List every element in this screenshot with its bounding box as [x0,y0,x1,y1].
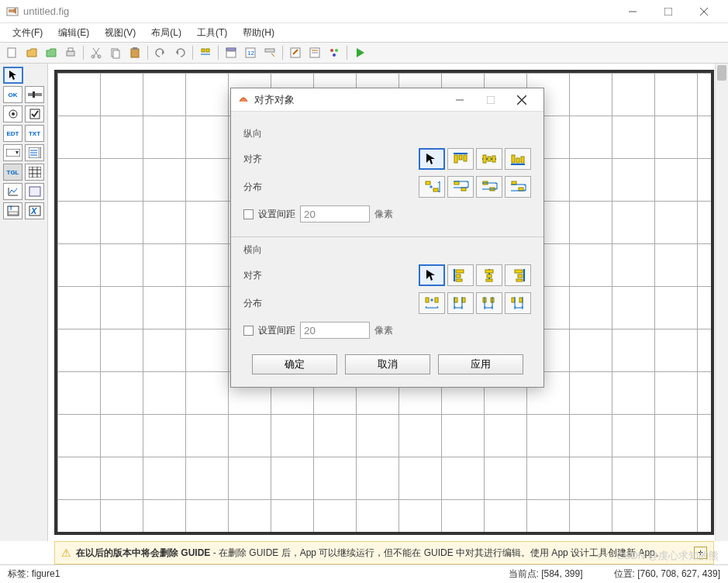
print-icon[interactable] [61,44,80,61]
editor-icon[interactable] [286,44,305,61]
horizontal-align-label: 对齐 [243,269,282,282]
valign-top-button[interactable] [447,148,474,170]
svg-rect-79 [519,188,523,191]
svg-rect-8 [68,48,73,51]
dialog-minimize-button[interactable] [444,89,475,111]
align-icon[interactable] [196,44,215,61]
hdist-center-button[interactable] [476,292,502,314]
undo-icon[interactable] [151,44,170,61]
edittext-tool[interactable]: EDT [3,125,22,142]
expand-warning-button[interactable]: + [694,547,707,559]
vertical-scrollbar[interactable] [715,64,728,541]
popupmenu-tool[interactable] [3,144,22,161]
maximize-button[interactable] [650,0,686,22]
svg-rect-69 [433,188,438,191]
svg-rect-65 [512,155,515,163]
svg-rect-89 [486,279,492,281]
svg-point-10 [98,55,101,58]
dialog-maximize-button[interactable] [475,89,506,111]
menu-edit[interactable]: 编辑(E) [50,25,97,41]
run-icon[interactable] [350,44,369,61]
svg-rect-62 [488,157,491,161]
axes-tool[interactable] [3,183,22,200]
apply-button[interactable]: 应用 [438,354,523,374]
halign-center-button[interactable] [476,264,502,286]
panel-tool[interactable] [25,183,44,200]
svg-rect-31 [33,91,35,98]
svg-rect-84 [456,274,461,278]
paste-icon[interactable] [126,44,144,61]
open-icon[interactable] [22,44,41,61]
svg-rect-91 [515,270,523,273]
svg-rect-87 [485,270,493,273]
radiobutton-tool[interactable] [3,105,22,122]
copy-icon[interactable] [106,44,125,61]
vertical-align-label: 对齐 [243,153,282,166]
halign-none-button[interactable] [419,264,445,286]
property-inspector-icon[interactable] [305,44,324,61]
vdist-bottom-button[interactable] [505,176,531,198]
svg-rect-92 [518,274,523,278]
menu-editor-icon[interactable] [222,44,240,61]
matlab-icon [237,92,250,107]
svg-rect-83 [456,270,464,273]
vertical-spacing-input[interactable] [300,205,370,223]
horizontal-spacing-input[interactable] [300,322,370,339]
togglebutton-tool[interactable]: TGL [3,164,22,181]
status-tag: 标签: figure1 [8,567,60,581]
hdist-left-button[interactable] [447,292,474,314]
cut-icon[interactable] [87,44,105,61]
dialog-titlebar[interactable]: 对齐对象 [231,88,543,112]
menu-view[interactable]: 视图(V) [97,25,143,41]
tab-order-icon[interactable]: 12 [241,44,260,61]
vertical-spacing-checkbox[interactable] [243,209,254,219]
cancel-button[interactable]: 取消 [345,354,430,374]
redo-icon[interactable] [171,44,189,61]
ok-button[interactable]: 确定 [252,354,337,374]
halign-right-button[interactable] [505,264,531,286]
save-icon[interactable] [42,44,60,61]
align-objects-dialog: 对齐对象 纵向 对齐 分布 设置间距 [230,88,544,388]
slider-tool[interactable] [25,86,44,103]
component-palette: OK EDT TXT TGL T X [0,64,48,541]
hdist-equal-button[interactable] [419,292,445,314]
vdist-top-button[interactable] [447,176,474,198]
svg-rect-95 [435,298,438,302]
menu-tools[interactable]: 工具(T) [189,25,235,41]
object-browser-icon[interactable] [325,44,343,61]
listbox-tool[interactable] [25,144,44,161]
activex-tool[interactable]: X [25,202,44,219]
statictext-tool[interactable]: TXT [25,125,44,142]
horizontal-distribute-label: 分布 [243,297,282,310]
menu-help[interactable]: 帮助(H) [235,25,282,41]
svg-rect-19 [226,51,236,57]
vertical-spacing-suffix: 像素 [374,208,393,221]
valign-bottom-button[interactable] [505,148,531,170]
vertical-section-label: 纵向 [243,127,531,140]
dialog-close-button[interactable] [506,89,537,111]
menu-file[interactable]: 文件(F) [5,25,50,41]
svg-rect-71 [461,188,466,191]
svg-rect-12 [113,50,119,58]
app-icon [6,5,19,18]
valign-none-button[interactable] [419,148,445,170]
svg-point-29 [333,53,336,57]
svg-rect-46 [29,187,40,196]
horizontal-spacing-checkbox[interactable] [243,326,254,336]
new-icon[interactable] [3,44,22,61]
svg-rect-85 [456,279,462,281]
table-tool[interactable] [25,164,44,181]
close-button[interactable] [686,0,722,22]
toolbar-editor-icon[interactable] [260,44,279,61]
checkbox-tool[interactable] [25,105,44,122]
select-tool[interactable] [3,67,23,84]
halign-left-button[interactable] [447,264,474,286]
pushbutton-tool[interactable]: OK [3,86,22,103]
vdist-equal-button[interactable] [419,176,445,198]
menu-layout[interactable]: 布局(L) [143,25,189,41]
minimize-button[interactable] [615,0,650,22]
hdist-right-button[interactable] [505,292,531,314]
buttongroup-tool[interactable]: T [3,202,22,219]
vdist-middle-button[interactable] [476,176,502,198]
valign-middle-button[interactable] [476,148,502,170]
